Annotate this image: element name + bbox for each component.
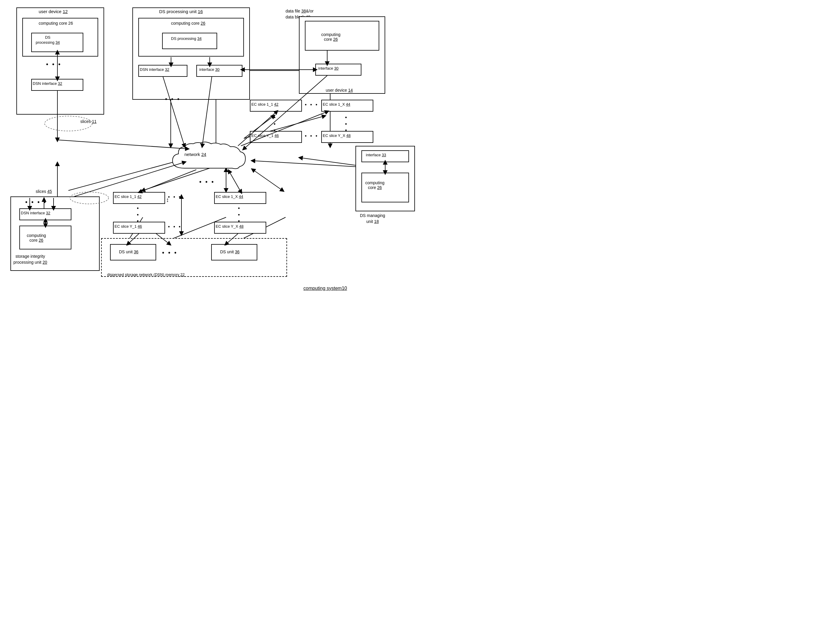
dsn-interface-32-ud12-label: DSN interface 32 xyxy=(33,81,62,86)
ec-slice-y-x-48-top-label: EC slice Y_X 48 xyxy=(323,133,351,138)
ec-slice-y-x-48-bot-label: EC slice Y_X 48 xyxy=(216,224,244,229)
dots-sip20-top: • • • • xyxy=(25,199,47,206)
computing-core-26-ud12-label: computing core 26 xyxy=(39,21,73,26)
ec-slice-1-x-44-top-label: EC slice 1_X 44 xyxy=(323,102,350,107)
interface-30-ds16-label: interface 30 xyxy=(199,67,219,72)
svg-line-20 xyxy=(68,161,178,191)
dots-ec-bot-h2: • • • xyxy=(168,224,182,229)
svg-line-15 xyxy=(253,170,283,191)
interface-30-ud14-label: interface 30 xyxy=(318,66,339,71)
ds-unit-36-left-label: DS unit 36 xyxy=(119,250,138,254)
dsn-interface-32-ds16-label: DSN interface 32 xyxy=(140,67,169,72)
interface-33-label: interface 33 xyxy=(366,153,386,157)
dots-ds16: • • • xyxy=(165,96,180,103)
slices-45-label: slices 45 xyxy=(36,189,52,194)
bidirect-arrow-ec-bot: ↕ xyxy=(166,196,169,203)
computing-core-26-dsm18-label: computingcore 26 xyxy=(365,181,385,190)
ec-slice-1-1-42-bot-label: EC slice 1_1 42 xyxy=(114,194,142,199)
user-device-14-label: user device 14 xyxy=(326,88,353,93)
network-cloud: network 24 xyxy=(166,141,250,174)
ds-managing-unit-18-label: DS managingunit 18 xyxy=(360,213,385,224)
svg-line-37 xyxy=(229,171,241,192)
ds-processing-34-ud12-label: DSprocessing 34 xyxy=(36,35,60,45)
dsn-memory-22-label: dispersed storage network (DSN) memory 2… xyxy=(107,272,185,277)
computing-system-10-label: computing system10 xyxy=(303,286,347,291)
dots-ud12: • • • xyxy=(46,61,62,68)
svg-line-33 xyxy=(253,161,356,167)
ec-slice-1-1-42-top-label: EC slice 1_1 42 xyxy=(251,102,278,107)
storage-integrity-20-label: storage integrityprocessing unit 20 xyxy=(14,254,47,265)
ec-slice-1-x-44-bot-label: EC slice 1_X 44 xyxy=(216,194,243,199)
computing-core-26-sip20-label: computingcore 26 xyxy=(27,233,46,242)
dots-ec-top-h2: • • • xyxy=(305,133,319,139)
ds-unit-36-right-label: DS unit 36 xyxy=(220,250,240,254)
computing-core-26-ud14-label: computingcore 26 xyxy=(321,32,340,42)
dots-network-below: • • • xyxy=(199,179,215,185)
dots-ec-bot-h1: • • • xyxy=(168,194,182,200)
computing-core-26-ud14-box xyxy=(305,21,379,51)
slices-11-label: slices 11 xyxy=(80,119,96,124)
user-device-12-label: user device 12 xyxy=(39,9,68,14)
ds-processing-34-ds16-box xyxy=(162,33,217,49)
diagram: user device 12 computing core 26 DSproce… xyxy=(0,0,420,310)
ds-processing-34-ds16-label: DS processing 34 xyxy=(171,36,202,41)
dots-ec-top-h: • • • xyxy=(305,102,319,107)
ec-slice-y-1-46-top-label: EC slice Y_1 46 xyxy=(251,133,279,138)
dots-ds-units: • • • xyxy=(162,250,178,256)
ds-processing-unit-16-label: DS processing unit 16 xyxy=(159,9,203,14)
ec-slice-y-1-46-bot-label: EC slice Y_1 46 xyxy=(114,224,142,229)
computing-core-26-ds16-label: computing core 26 xyxy=(171,21,205,26)
dsn-interface-32-sip20-label: DSN interface 32 xyxy=(21,211,50,215)
